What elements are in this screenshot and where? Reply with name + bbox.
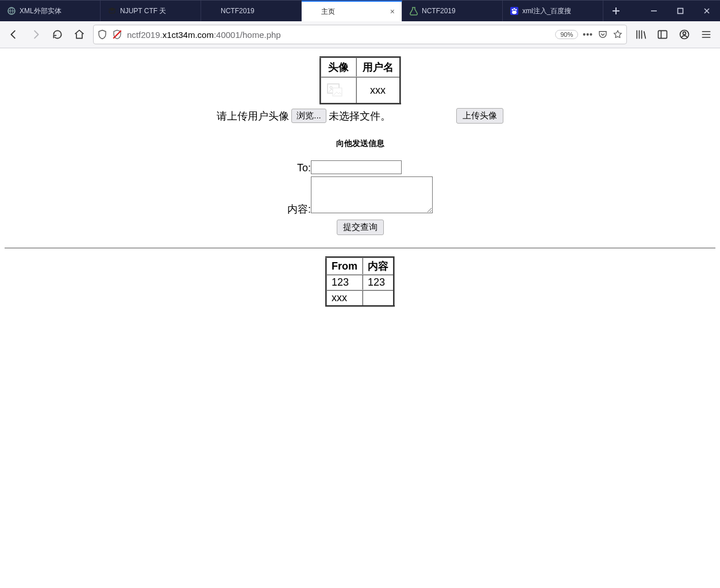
- separator: [5, 248, 715, 248]
- address-bar[interactable]: nctf2019.x1ct34m.com:40001/home.php 90% …: [93, 25, 627, 44]
- menu-icon[interactable]: [698, 26, 714, 43]
- minimize-button[interactable]: [641, 1, 667, 21]
- tab-nctf-2[interactable]: NCTF2019: [402, 1, 503, 21]
- browser-window: XML外部实体 NJUPT CTF 天 NCTF2019 主页 × NCTF20…: [0, 0, 720, 588]
- tab-label: 主页: [321, 7, 387, 17]
- tab-strip: XML外部实体 NJUPT CTF 天 NCTF2019 主页 × NCTF20…: [0, 0, 720, 21]
- back-button[interactable]: [6, 26, 22, 43]
- tab-label: NCTF2019: [221, 7, 294, 15]
- tab-home-active[interactable]: 主页 ×: [302, 1, 402, 21]
- content-cell: [363, 290, 394, 306]
- forward-button[interactable]: [28, 26, 44, 43]
- account-icon[interactable]: [676, 26, 692, 43]
- tab-label: NJUPT CTF 天: [120, 6, 194, 16]
- url-host: x1ct34m.com: [163, 30, 214, 40]
- maximize-button[interactable]: [667, 1, 694, 21]
- page-action-icon[interactable]: •••: [583, 30, 593, 39]
- close-icon[interactable]: ×: [390, 7, 395, 16]
- broken-image-icon: [327, 83, 343, 97]
- to-input[interactable]: [311, 160, 402, 174]
- url-text: nctf2019.x1ct34m.com:40001/home.php: [127, 30, 550, 40]
- send-form: To: 内容:: [287, 159, 433, 217]
- svg-rect-6: [678, 9, 683, 14]
- site-icon: [7, 6, 16, 16]
- baidu-icon: [510, 6, 519, 16]
- svg-point-11: [683, 32, 686, 34]
- content-header: 内容: [363, 258, 394, 275]
- no-file-text: 未选择文件。: [329, 109, 391, 123]
- page-viewport[interactable]: 头像 用户名 xxx: [0, 48, 720, 588]
- username-header: 用户名: [356, 57, 401, 78]
- blank-icon: [309, 7, 318, 16]
- tab-label: xml注入_百度搜: [522, 6, 596, 16]
- messages-table: From 内容 123 123 xxx: [325, 256, 395, 307]
- tab-baidu[interactable]: xml注入_百度搜: [503, 1, 603, 21]
- svg-rect-8: [659, 30, 667, 38]
- url-suffix: :40001/home.php: [214, 30, 281, 40]
- tab-label: XML外部实体: [20, 6, 93, 16]
- send-title: 向他发送信息: [0, 139, 720, 149]
- sidebar-icon[interactable]: [654, 26, 671, 43]
- new-tab-button[interactable]: [603, 1, 629, 21]
- reload-button[interactable]: [49, 26, 66, 43]
- svg-point-2: [512, 9, 514, 11]
- browse-button[interactable]: 浏览...: [291, 109, 326, 123]
- blank-icon: [208, 6, 217, 16]
- upload-prompt: 请上传用户头像: [217, 109, 289, 123]
- shield-icon[interactable]: [97, 29, 107, 40]
- upload-row: 请上传用户头像 浏览... 未选择文件。 上传头像: [0, 108, 720, 124]
- svg-point-4: [515, 9, 517, 11]
- toolbar: nctf2019.x1ct34m.com:40001/home.php 90% …: [0, 21, 720, 48]
- flask-icon: [409, 6, 418, 16]
- home-button[interactable]: [71, 26, 87, 43]
- table-row: 123 123: [326, 275, 394, 290]
- close-window-button[interactable]: [694, 1, 720, 21]
- content-label: 内容:: [287, 175, 311, 217]
- content-cell: 123: [363, 275, 394, 290]
- pocket-icon[interactable]: [598, 29, 608, 40]
- tab-nctf-1[interactable]: NCTF2019: [201, 1, 302, 21]
- username-cell: xxx: [356, 77, 401, 104]
- insecure-icon[interactable]: [112, 29, 122, 40]
- upload-button[interactable]: 上传头像: [456, 108, 503, 124]
- svg-point-3: [514, 8, 515, 10]
- tab-label: NCTF2019: [422, 7, 495, 15]
- svg-point-5: [512, 11, 517, 14]
- from-cell: xxx: [326, 290, 363, 306]
- avatar-header: 头像: [320, 57, 356, 78]
- table-row: xxx: [326, 290, 394, 306]
- to-label: To:: [287, 159, 311, 175]
- from-cell: 123: [326, 275, 363, 290]
- bookmark-star-icon[interactable]: [613, 29, 623, 40]
- window-controls: [641, 1, 720, 21]
- tab-njupt[interactable]: NJUPT CTF 天: [101, 1, 201, 21]
- submit-button[interactable]: 提交查询: [337, 220, 384, 235]
- zoom-badge[interactable]: 90%: [555, 30, 578, 39]
- url-prefix: nctf2019.: [127, 30, 163, 40]
- avatar-cell: [320, 77, 356, 104]
- edu-icon: [107, 6, 117, 16]
- from-header: From: [326, 258, 363, 275]
- content-textarea[interactable]: [311, 176, 433, 213]
- tab-xml-entity[interactable]: XML外部实体: [0, 1, 101, 21]
- profile-table: 头像 用户名 xxx: [319, 56, 401, 105]
- page-body: 头像 用户名 xxx: [0, 48, 720, 307]
- library-icon[interactable]: [633, 26, 649, 43]
- svg-point-13: [330, 86, 332, 89]
